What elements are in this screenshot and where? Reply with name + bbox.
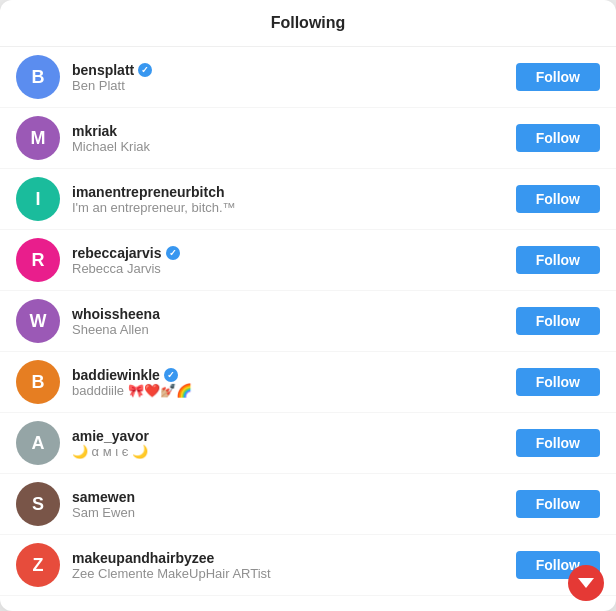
follow-button[interactable]: Follow — [516, 124, 600, 152]
avatar[interactable]: A — [16, 421, 60, 465]
username-row: bensplatt — [72, 62, 504, 78]
user-info: imanentrepreneurbitchI'm an entrepreneur… — [72, 184, 504, 215]
user-info: rebeccajarvisRebecca Jarvis — [72, 245, 504, 276]
display-name-label: 🌙 α м ι є 🌙 — [72, 444, 504, 459]
username-row: rebeccajarvis — [72, 245, 504, 261]
username-row: amie_yavor — [72, 428, 504, 444]
modal-title: Following — [0, 0, 616, 47]
display-name-label: Sam Ewen — [72, 505, 504, 520]
user-info: bensplattBen Platt — [72, 62, 504, 93]
username-row: samewen — [72, 489, 504, 505]
display-name-label: Michael Kriak — [72, 139, 504, 154]
display-name-label: Zee Clemente MakeUpHair ARTist — [72, 566, 504, 581]
avatar[interactable]: S — [16, 482, 60, 526]
username-label: makeupandhairbyzee — [72, 550, 214, 566]
user-info: samewenSam Ewen — [72, 489, 504, 520]
list-item: MmkriakMichael KriakFollow — [0, 108, 616, 169]
follow-button[interactable]: Follow — [516, 246, 600, 274]
username-label: rebeccajarvis — [72, 245, 162, 261]
list-item: Aamie_yavor🌙 α м ι є 🌙Follow — [0, 413, 616, 474]
follow-button[interactable]: Follow — [516, 551, 600, 579]
username-label: imanentrepreneurbitch — [72, 184, 224, 200]
user-info: amie_yavor🌙 α м ι є 🌙 — [72, 428, 504, 459]
username-label: amie_yavor — [72, 428, 149, 444]
user-info: whoissheenaSheena Allen — [72, 306, 504, 337]
user-list: BbensplattBen PlattFollowMmkriakMichael … — [0, 47, 616, 611]
username-label: mkriak — [72, 123, 117, 139]
display-name-label: Rebecca Jarvis — [72, 261, 504, 276]
avatar[interactable]: Z — [16, 543, 60, 587]
avatar[interactable]: B — [16, 360, 60, 404]
follow-button[interactable]: Follow — [516, 429, 600, 457]
follow-button[interactable]: Follow — [516, 307, 600, 335]
follow-button[interactable]: Follow — [516, 63, 600, 91]
follow-button[interactable]: Follow — [516, 490, 600, 518]
display-name-label: Ben Platt — [72, 78, 504, 93]
user-info: makeupandhairbyzeeZee Clemente MakeUpHai… — [72, 550, 504, 581]
display-name-label: badddiile 🎀❤️💅🏼🌈 — [72, 383, 504, 398]
user-info: baddiewinklebadddiile 🎀❤️💅🏼🌈 — [72, 367, 504, 398]
list-item: BbensplattBen PlattFollow — [0, 47, 616, 108]
avatar[interactable]: W — [16, 299, 60, 343]
username-row: baddiewinkle — [72, 367, 504, 383]
list-item: SsamewenSam EwenFollow — [0, 474, 616, 535]
username-label: baddiewinkle — [72, 367, 160, 383]
display-name-label: Sheena Allen — [72, 322, 504, 337]
following-modal: Following BbensplattBen PlattFollowMmkri… — [0, 0, 616, 611]
avatar[interactable]: B — [16, 55, 60, 99]
avatar[interactable]: R — [16, 238, 60, 282]
follow-button[interactable]: Follow — [516, 185, 600, 213]
username-label: bensplatt — [72, 62, 134, 78]
verified-badge — [138, 63, 152, 77]
list-item: IimanentrepreneurbitchI'm an entrepreneu… — [0, 169, 616, 230]
verified-badge — [164, 368, 178, 382]
follow-button[interactable]: Follow — [516, 368, 600, 396]
display-name-label: I'm an entrepreneur, bitch.™ — [72, 200, 504, 215]
avatar[interactable]: M — [16, 116, 60, 160]
verified-badge — [166, 246, 180, 260]
username-label: samewen — [72, 489, 135, 505]
username-row: mkriak — [72, 123, 504, 139]
list-item: WwhoissheenaSheena AllenFollow — [0, 291, 616, 352]
avatar[interactable]: I — [16, 177, 60, 221]
list-item: Bbaddiewinklebadddiile 🎀❤️💅🏼🌈Follow — [0, 352, 616, 413]
list-item: RrebeccajarvisRebecca JarvisFollow — [0, 230, 616, 291]
list-item: ZmakeupandhairbyzeeZee Clemente MakeUpHa… — [0, 535, 616, 596]
user-info: mkriakMichael Kriak — [72, 123, 504, 154]
username-label: whoissheena — [72, 306, 160, 322]
username-row: whoissheena — [72, 306, 504, 322]
username-row: imanentrepreneurbitch — [72, 184, 504, 200]
username-row: makeupandhairbyzee — [72, 550, 504, 566]
